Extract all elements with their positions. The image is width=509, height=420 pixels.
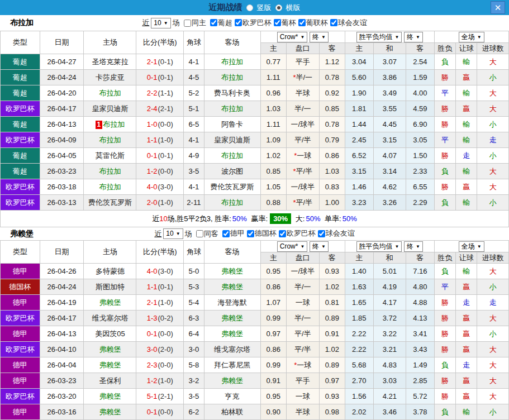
avg-odds-select[interactable]: 胜平负均值▼ (356, 241, 402, 252)
league-filter[interactable]: 葡联杯 (296, 18, 328, 28)
odds-away: 0.78 (319, 117, 345, 132)
euro-home: 5.68 (345, 357, 373, 373)
result-handicap: 輸 (455, 404, 477, 420)
odds-home: 0.95 (260, 264, 286, 279)
odds-home: 1.11 (260, 70, 286, 85)
score-cell: 2-0(1-0) (136, 195, 184, 211)
corner-cell: 4-9 (184, 148, 204, 164)
result-handicap: 輸 (455, 132, 477, 148)
odds-stage-select[interactable]: 终▼ (310, 241, 329, 252)
euro-draw: 4.45 (373, 117, 406, 132)
horizontal-layout-radio[interactable] (275, 4, 282, 11)
summary-win-rate: 50% (232, 214, 247, 223)
away-cell: 弗赖堡 (204, 326, 260, 342)
result-goals: 大 (477, 54, 509, 70)
league-filter[interactable]: 葡杯 (272, 18, 296, 28)
col-result-handicap: 让球 (455, 252, 477, 264)
result-handicap: 走 (455, 295, 477, 311)
same-venue-filter[interactable]: 同主 (182, 18, 206, 28)
chevron-down-icon: ▼ (164, 21, 168, 26)
table-row: 葡超 26-03-23 布拉加 1-2(0-0) 3-5 波尔图 0.85 *平… (1, 164, 509, 179)
odds-stage-select[interactable]: 终▼ (310, 32, 329, 42)
same-venue-filter[interactable]: 同客 (194, 229, 218, 239)
odds-handicap: 半/一 (287, 279, 320, 295)
away-cell: 波尔图 (204, 164, 260, 179)
result-wdl: 勝 (434, 389, 455, 404)
league-checkbox[interactable] (210, 19, 217, 26)
odds-home: 0.86 (260, 279, 286, 295)
avg-odds-select[interactable]: 胜平负均值▼ (356, 32, 402, 42)
table-row: 德甲 26-04-19 弗赖堡 2-1(1-0) 5-4 海登海默 1.07 一… (1, 295, 509, 311)
score-halftime: (0-1) (158, 58, 173, 66)
horizontal-layout-label[interactable]: 横版 (286, 3, 301, 13)
league-filter[interactable]: 欧罗巴杯 (277, 228, 316, 238)
odds-handicap: 一/球半 (287, 179, 320, 195)
euro-home: 1.81 (345, 101, 373, 117)
score-cell: 3-0(2-0) (136, 342, 184, 357)
league-checkbox[interactable] (330, 19, 337, 26)
corner-cell: 6-5 (184, 117, 204, 132)
match-count-select[interactable]: 10▼ (151, 18, 170, 28)
home-cell: 圣塔克莱拉 (84, 54, 136, 70)
result-handicap: 輸 (455, 264, 477, 279)
league-cell: 德国杯 (1, 279, 40, 295)
odds-handicap: 平/半 (287, 342, 320, 357)
euro-home: 6.52 (345, 148, 373, 164)
home-cell: 弗赖堡 (84, 342, 136, 357)
result-handicap: 輸 (455, 195, 477, 211)
avg-stage-select[interactable]: 终▼ (404, 241, 423, 252)
league-checkbox[interactable] (235, 19, 242, 26)
league-checkbox[interactable] (318, 230, 325, 237)
score-cell: 2-1(0-1) (136, 54, 184, 70)
odds-home: 1.05 (260, 179, 286, 195)
league-checkbox[interactable] (274, 19, 281, 26)
col-euro-away: 客 (406, 252, 434, 264)
scope-select[interactable]: 全场▼ (459, 241, 484, 252)
league-checkbox[interactable] (222, 230, 230, 237)
vertical-layout-radio[interactable] (246, 4, 253, 11)
league-checkbox[interactable] (247, 230, 254, 237)
league-checkbox[interactable] (298, 19, 306, 26)
league-checkbox[interactable] (279, 230, 286, 237)
home-cell: 布拉加 (84, 179, 136, 195)
handicap-change-star: * (293, 73, 296, 82)
score-fulltime: 2-3 (147, 361, 158, 369)
league-filter[interactable]: 德甲 (220, 228, 245, 238)
league-cell: 欧罗巴杯 (1, 179, 40, 195)
league-filter[interactable]: 球会友谊 (328, 18, 367, 28)
score-halftime: (1-0) (158, 136, 173, 144)
home-cell: 1布拉加 (84, 117, 136, 132)
bookmaker-select[interactable]: Crow*▼ (277, 241, 308, 252)
same-venue-checkbox[interactable] (196, 230, 203, 237)
col-odds-handicap: 盘口 (287, 43, 320, 54)
odds-away: 1.03 (319, 164, 345, 179)
euro-draw: 5.01 (373, 264, 406, 279)
bookmaker-select[interactable]: Crow*▼ (277, 32, 308, 42)
team-name: 弗赖堡 (10, 229, 34, 239)
euro-away: 3.78 (406, 404, 434, 420)
league-filter[interactable]: 欧罗巴杯 (232, 18, 272, 28)
scope-select[interactable]: 全场▼ (459, 32, 484, 42)
league-filter[interactable]: 德国杯 (245, 228, 277, 238)
result-wdl: 勝 (434, 148, 455, 164)
avg-stage-select[interactable]: 终▼ (404, 32, 423, 42)
league-filter[interactable]: 葡超 (208, 18, 232, 28)
away-cell: 布拉加 (204, 70, 260, 85)
odds-handicap: *半/一 (287, 70, 320, 85)
close-button[interactable]: ✕ (491, 1, 505, 14)
league-filter[interactable]: 球会友谊 (316, 228, 355, 238)
table-row: 欧罗巴杯 26-03-20 弗赖堡 5-1(2-1) 3-5 亨克 0.95 一… (1, 389, 509, 404)
away-cell: 拜仁慕尼黑 (204, 357, 260, 373)
euro-draw: 4.17 (373, 295, 406, 311)
result-wdl: 勝 (434, 311, 455, 326)
league-cell: 德甲 (1, 295, 40, 311)
euro-draw: 3.72 (373, 311, 406, 326)
col-result-wdl: 胜负 (434, 252, 455, 264)
vertical-layout-label[interactable]: 竖版 (257, 3, 272, 13)
corner-cell: 6-2 (184, 404, 204, 420)
away-cell: 布拉加 (204, 148, 260, 164)
score-halftime: (1-0) (158, 198, 173, 207)
same-venue-checkbox[interactable] (184, 20, 191, 27)
match-count-select[interactable]: 10▼ (163, 228, 183, 239)
league-cell: 欧罗巴杯 (1, 132, 40, 148)
